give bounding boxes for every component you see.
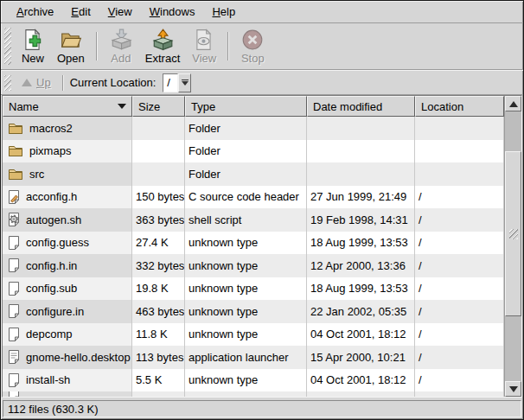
empty-cell	[415, 391, 504, 397]
size-text: 363 bytes	[136, 213, 184, 226]
location-text: /	[419, 259, 422, 272]
menu-archive[interactable]: Archive	[8, 3, 62, 22]
plain-doc-icon	[8, 258, 20, 272]
file-row-config.guess[interactable]: config.guess27.4 Kunknown type18 Aug 199…	[3, 232, 504, 255]
location-text: /	[419, 305, 422, 318]
size-text: 19.8 K	[136, 282, 169, 295]
type-text: C source code header	[189, 190, 299, 203]
new-archive-icon	[22, 28, 44, 52]
scrollbar-thumb[interactable]	[505, 151, 521, 316]
type-cell: Folder	[185, 117, 307, 140]
add-button[interactable]: Add	[104, 25, 138, 67]
new-button[interactable]: New	[16, 25, 50, 67]
size-cell: 5.5 K	[132, 369, 185, 392]
toolbar: New Open Add	[1, 23, 523, 70]
location-cell: /	[415, 323, 504, 347]
location-text: /	[419, 236, 422, 249]
view-file-icon	[193, 28, 215, 52]
location-combo[interactable]: /	[163, 73, 191, 92]
type-text: shell script	[189, 213, 241, 226]
menu-help[interactable]: Help	[203, 3, 244, 22]
date-cell	[307, 140, 415, 163]
file-row-src[interactable]: srcFolder	[3, 162, 504, 186]
plain-doc-icon	[8, 391, 20, 397]
name-text: acconfig.h	[26, 190, 77, 203]
up-button[interactable]: Up	[16, 74, 56, 91]
name-text: config.sub	[26, 282, 77, 295]
size-text: 27.4 K	[136, 236, 169, 249]
location-combo-dropdown[interactable]	[178, 73, 191, 92]
empty-cell	[132, 391, 185, 397]
stop-icon	[241, 28, 264, 52]
scrollbar-track[interactable]	[505, 111, 521, 381]
empty-cell	[307, 391, 415, 397]
size-cell: 332 bytes	[132, 254, 185, 277]
column-header-label: Name	[9, 100, 39, 113]
name-cell: config.guess	[3, 232, 132, 255]
name-text: depcomp	[26, 328, 72, 340]
column-header-type[interactable]: Type	[185, 96, 307, 117]
menu-view[interactable]: View	[99, 3, 141, 22]
name-cell: configure.in	[3, 300, 132, 323]
extract-button[interactable]: Extract	[140, 25, 185, 67]
menu-edit[interactable]: Edit	[62, 3, 99, 22]
new-button-label: New	[22, 52, 44, 66]
file-row-autogen.sh[interactable]: autogen.sh363 bytesshell script19 Feb 19…	[3, 208, 504, 232]
location-combo-value[interactable]: /	[163, 73, 178, 92]
column-header-size[interactable]: Size	[132, 96, 185, 117]
size-text: 150 bytes	[136, 190, 184, 203]
type-text: unknown type	[189, 328, 258, 340]
date-text: 04 Oct 2001, 18:12	[310, 328, 406, 340]
file-row-acconfig.h[interactable]: acconfig.h150 bytesC source code header2…	[3, 186, 504, 209]
column-header-date-modified[interactable]: Date modified	[307, 96, 415, 117]
file-row-config.h.in[interactable]: config.h.in332 bytesunknown type12 Apr 2…	[3, 254, 504, 277]
toolbar-separator	[227, 32, 229, 60]
location-cell: /	[415, 346, 504, 369]
type-cell: unknown type	[185, 369, 307, 392]
type-text: unknown type	[189, 373, 258, 386]
name-cell	[3, 391, 132, 397]
size-cell	[132, 162, 185, 186]
column-header-label: Type	[191, 100, 215, 113]
file-row-config.sub[interactable]: config.sub19.8 Kunknown type18 Aug 1999,…	[3, 277, 504, 301]
vertical-scrollbar[interactable]	[504, 96, 521, 397]
location-bar-drag-handle[interactable]	[4, 75, 11, 91]
name-text: install-sh	[26, 373, 70, 386]
type-cell: Folder	[185, 162, 307, 186]
menu-windows[interactable]: Windows	[141, 3, 204, 22]
date-cell: 22 Jan 2002, 05:35	[307, 300, 415, 323]
menu-bar: ArchiveEditViewWindowsHelp	[1, 1, 523, 23]
location-text: /	[419, 328, 422, 340]
type-cell: unknown type	[185, 323, 307, 347]
location-cell: /	[415, 254, 504, 277]
location-cell: /	[415, 232, 504, 255]
date-cell: 04 Oct 2001, 18:12	[307, 323, 415, 347]
file-row-partial[interactable]	[3, 391, 504, 397]
scroll-up-button[interactable]	[505, 96, 521, 111]
file-row-depcomp[interactable]: depcomp11.8 Kunknown type04 Oct 2001, 18…	[3, 323, 504, 347]
open-button[interactable]: Open	[52, 25, 90, 67]
column-header-location[interactable]: Location	[415, 96, 504, 117]
scroll-down-button[interactable]	[505, 381, 521, 397]
add-button-label: Add	[111, 52, 131, 66]
toolbar-drag-handle[interactable]	[4, 28, 11, 65]
type-text: unknown type	[189, 305, 258, 318]
name-cell: depcomp	[3, 323, 132, 347]
location-text: /	[419, 213, 422, 226]
stop-button[interactable]: Stop	[235, 25, 270, 67]
name-text: config.guess	[26, 236, 89, 249]
location-cell	[415, 162, 504, 186]
file-row-gnome-hello.desktop[interactable]: gnome-hello.desktop113 bytesapplication …	[3, 346, 504, 369]
file-row-configure.in[interactable]: configure.in463 bytesunknown type22 Jan …	[3, 300, 504, 323]
status-bar: 112 files (630.3 K)	[1, 398, 523, 419]
column-header-name[interactable]: Name	[3, 96, 132, 117]
file-row-pixmaps[interactable]: pixmapsFolder	[3, 140, 504, 163]
view-button[interactable]: View	[187, 25, 221, 67]
file-rows: macros2FolderpixmapsFoldersrcFolderaccon…	[3, 117, 504, 397]
date-text: 27 Jun 1999, 21:49	[310, 190, 406, 203]
file-row-macros2[interactable]: macros2Folder	[3, 117, 504, 140]
file-row-install-sh[interactable]: install-sh5.5 Kunknown type04 Oct 2001, …	[3, 369, 504, 392]
size-cell: 363 bytes	[132, 208, 185, 232]
size-cell: 113 bytes	[132, 346, 185, 369]
extract-button-label: Extract	[145, 52, 180, 66]
